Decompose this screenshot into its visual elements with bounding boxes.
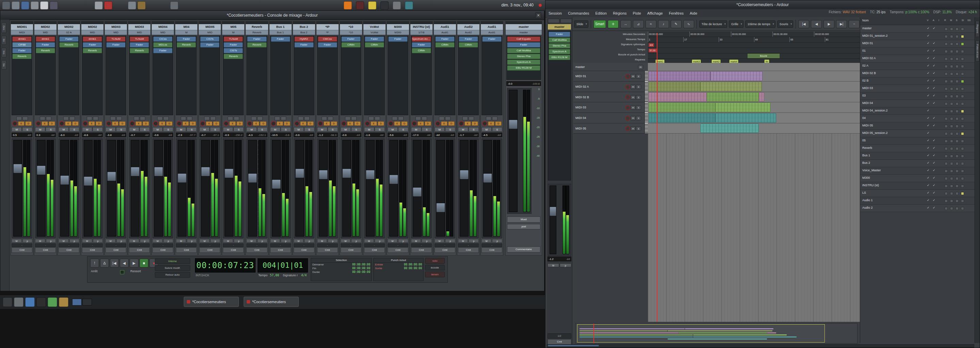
monitor-input-button[interactable]: E — [394, 121, 401, 126]
midi-region[interactable] — [711, 71, 762, 81]
strip-output-button[interactable]: M300 — [387, 30, 409, 35]
monitor-disk-button[interactable]: D — [72, 121, 79, 126]
close-icon[interactable]: ✕ — [535, 12, 541, 18]
strip-output-button[interactable]: 1/7/8 — [410, 30, 433, 35]
fader-track[interactable] — [224, 140, 234, 237]
iso-button[interactable]: p — [116, 239, 127, 243]
monitor-input-button[interactable]: E — [182, 121, 189, 126]
workspace-2[interactable] — [82, 299, 92, 305]
ruler-loop-punch[interactable]: Boucle — [648, 53, 860, 59]
strip-group-tab[interactable] — [340, 21, 362, 24]
strip-output-button[interactable]: MID — [128, 30, 150, 35]
sidebar-led[interactable] — [956, 177, 959, 180]
sidebar-led[interactable] — [950, 162, 953, 165]
track-mute-button[interactable]: m — [630, 74, 636, 79]
mute-button[interactable]: M — [11, 127, 22, 131]
track-record-arm-button[interactable] — [625, 74, 630, 79]
strip-group-tab[interactable] — [363, 21, 385, 24]
sidebar-led[interactable] — [950, 57, 953, 60]
processor-clsts[interactable]: ClSTs — [224, 48, 243, 53]
processor-fader[interactable]: Fader — [200, 42, 220, 47]
record-arm-button[interactable] — [388, 121, 393, 126]
trim-button[interactable] — [439, 117, 444, 120]
metering-button[interactable]: M — [59, 239, 69, 243]
solo-button[interactable]: S — [351, 127, 361, 131]
processor-spectrum-analy[interactable]: Spectrum Analy — [412, 36, 431, 42]
visible-check[interactable]: ✓ — [927, 41, 930, 45]
fader-track[interactable] — [37, 140, 46, 237]
mute-button[interactable]: M — [59, 127, 69, 131]
audition-tool-button[interactable]: ♪ — [658, 20, 669, 28]
comment-button[interactable]: Cmt — [176, 247, 197, 253]
master-name-button[interactable]: master — [506, 24, 542, 30]
sidebar-row-midi-01[interactable]: MIDI 01✓✓ — [860, 40, 976, 47]
launcher-icon[interactable] — [3, 297, 12, 307]
sidebar-led[interactable] — [945, 147, 948, 150]
monitor-input-button[interactable]: E — [18, 121, 24, 126]
sidebar-led[interactable] — [961, 65, 964, 68]
scrollbar-handle[interactable] — [548, 345, 599, 346]
record-arm-button[interactable] — [294, 121, 299, 126]
monitor-input-button[interactable]: E — [371, 121, 377, 126]
sidebar-led[interactable] — [950, 27, 953, 31]
windows-icon[interactable] — [21, 2, 29, 9]
solo-button[interactable]: S — [422, 127, 432, 131]
editor-canvas[interactable] — [648, 63, 860, 322]
phase-invert-button[interactable] — [375, 117, 380, 120]
fader-track[interactable] — [272, 140, 281, 237]
monitor-input-button[interactable]: E — [112, 121, 118, 126]
trim-button[interactable] — [275, 117, 280, 120]
visible-check[interactable]: ✓ — [927, 56, 930, 60]
fader-handle[interactable] — [389, 175, 398, 184]
solo-button[interactable]: S — [445, 127, 455, 131]
phase-invert-button[interactable] — [445, 117, 450, 120]
monitor-input-button[interactable]: E — [300, 121, 307, 126]
processor-fader[interactable]: Fader — [153, 48, 172, 53]
sidebar-led[interactable] — [961, 199, 964, 202]
sidebar-led[interactable] — [956, 57, 959, 60]
sidebar-row-01[interactable]: 01✓✓ — [860, 47, 976, 55]
pencil-icon[interactable] — [368, 2, 376, 9]
mute-button[interactable]: M — [411, 127, 421, 131]
sidebar-led[interactable] — [956, 147, 959, 150]
terminal-icon[interactable] — [37, 297, 46, 307]
master-processor-box[interactable]: Calf EqualizFaderCalf MultibaStereo PhaS… — [506, 36, 541, 80]
wrench-icon[interactable] — [137, 2, 146, 9]
nudge-back-button[interactable]: ◀ — [811, 20, 822, 28]
sidebar-led[interactable] — [950, 110, 953, 113]
grab-tool-button[interactable]: ✛ — [608, 20, 619, 28]
nudge-forward-button[interactable]: ▶ — [824, 20, 834, 28]
iso-button[interactable]: p — [560, 263, 571, 267]
monitor-input-button[interactable]: E — [465, 121, 471, 126]
sidebar-led[interactable] — [945, 27, 948, 31]
ruler-tempo[interactable]: 57,00 — [648, 48, 860, 53]
strip-name-button[interactable]: M05 — [222, 24, 244, 30]
sidebar-led[interactable] — [961, 27, 964, 31]
active-check[interactable]: ✓ — [933, 153, 935, 157]
play-button[interactable]: ▶ — [130, 259, 138, 267]
phase-invert-button[interactable] — [469, 117, 474, 120]
sidebar-row-bus-1[interactable]: Bus 1✓✓ — [860, 152, 976, 160]
snap-unit-dropdown[interactable]: 10ème de temps — [745, 21, 775, 28]
iso-button[interactable]: p — [46, 239, 56, 243]
active-check[interactable]: ✓ — [933, 64, 935, 67]
visible-check[interactable]: ✓ — [927, 109, 930, 112]
phase-invert-button[interactable] — [257, 117, 263, 120]
strip-group-tab[interactable] — [481, 21, 503, 24]
active-check[interactable]: ✓ — [933, 191, 935, 195]
strip-group-row[interactable]: - — [59, 243, 79, 247]
monitor-disk-button[interactable]: D — [401, 121, 408, 126]
editor-strip-fader-handle[interactable] — [550, 207, 556, 216]
strip-output-button[interactable]: Audi1 — [481, 30, 503, 35]
visible-check[interactable]: ✓ — [927, 176, 930, 179]
sidebar-led[interactable] — [945, 117, 948, 120]
menu-affichage[interactable]: Affichage — [644, 11, 666, 15]
trim-button[interactable] — [157, 117, 163, 120]
iso-button[interactable]: p — [398, 239, 408, 243]
phase-invert-button[interactable] — [351, 117, 356, 120]
active-check[interactable]: ✓ — [933, 94, 935, 97]
solo-button[interactable]: S — [257, 127, 267, 131]
comment-button[interactable]: Cmt — [11, 247, 32, 253]
processor-tlnum[interactable]: TLNuM — [130, 36, 149, 42]
phase-invert-button[interactable] — [187, 117, 192, 120]
